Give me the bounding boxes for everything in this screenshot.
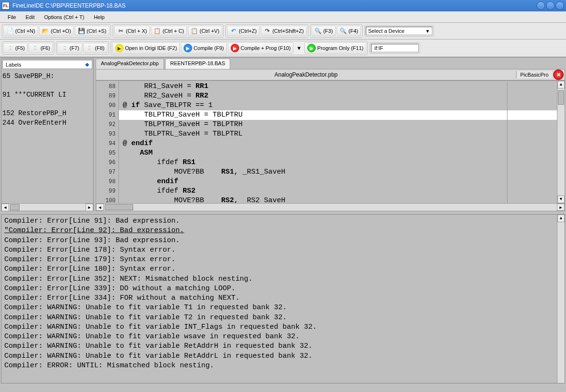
output-line: Compiler: Error[Line 334]: FOR without a… xyxy=(4,294,562,303)
sidebar-line[interactable]: 91 ***CURRENT LI xyxy=(2,90,92,100)
menu-edit[interactable]: Edit xyxy=(21,13,39,21)
save-file-label: (Ctrl +S) xyxy=(87,28,106,34)
diamond-icon: ◆ xyxy=(85,61,89,68)
replace-button[interactable]: 🔍(F4) xyxy=(337,26,361,36)
editor-tab[interactable]: REENTERPBP-18.BAS xyxy=(165,59,231,69)
undo-button[interactable]: ↶(Ctrl+Z) xyxy=(227,26,260,36)
sidebar-labels-dropdown[interactable]: Labels ◆ xyxy=(2,60,92,69)
sidebar-line[interactable] xyxy=(2,100,92,109)
undo-icon: ↶ xyxy=(230,27,237,35)
menu-options[interactable]: Options (Ctrl + T) xyxy=(39,13,89,21)
editor-hscroll[interactable]: ◄ ► xyxy=(96,204,565,211)
replace-label: (F4) xyxy=(349,28,358,34)
sidebar: Labels ◆ 65 SavePBP_H: 91 ***CURRENT LI … xyxy=(1,59,94,211)
hscroll-thumb[interactable] xyxy=(10,204,20,210)
scroll-left-button[interactable]: ◄ xyxy=(96,204,104,211)
sidebar-line[interactable]: 152 RestorePBP_H xyxy=(2,109,92,118)
toolbar-row-1: 📄(Ctrl +N) 📂(Ctrl +O) 💾(Ctrl +S) ✂(Ctrl … xyxy=(0,23,566,39)
code-line[interactable]: endif xyxy=(119,177,557,186)
device-select[interactable]: Select a Device ▼ xyxy=(366,27,432,35)
code-lines[interactable]: RR1_SaveH = RR1 RR2_SaveH = RR2@ if Save… xyxy=(119,81,557,203)
output-line: Compiler: WARNING: Unable to fit variabl… xyxy=(4,342,562,351)
vscroll-thumb[interactable] xyxy=(558,90,564,105)
scroll-right-button[interactable]: ► xyxy=(86,204,93,211)
code-line[interactable]: @ endif xyxy=(119,139,557,148)
copy-label: (Ctrl + C) xyxy=(163,28,184,34)
find-label: (F3) xyxy=(323,28,333,34)
sidebar-line[interactable] xyxy=(2,81,92,91)
output-panel[interactable]: Compiler: Error[Line 91]: Bad expression… xyxy=(1,214,565,383)
search-icon: 🔍 xyxy=(314,27,322,35)
code-line[interactable]: ASM xyxy=(119,148,557,158)
if-field[interactable]: if:IF xyxy=(371,44,419,52)
scroll-up-button[interactable]: ▲ xyxy=(557,81,565,88)
open-file-button[interactable]: 📂(Ctrl +O) xyxy=(39,26,74,36)
indent-f5-button[interactable]: →→(F5) xyxy=(3,43,28,53)
play-blue-icon: ▶ xyxy=(184,44,192,52)
code-line[interactable]: ifdef RS1 xyxy=(119,158,557,167)
hscroll-thumb[interactable] xyxy=(105,204,133,210)
open-orig-ide-button[interactable]: ▶Open in Origi IDE (F2) xyxy=(112,42,180,54)
redo-icon: ↷ xyxy=(263,27,271,35)
line-gutter: 888990919293949596979899100 xyxy=(96,81,119,203)
output-line: Compiler: WARNING: Unable to fit variabl… xyxy=(4,313,562,323)
line-number: 100 xyxy=(97,196,116,204)
new-file-button[interactable]: 📄(Ctrl +N) xyxy=(3,26,38,36)
scroll-right-button[interactable]: ► xyxy=(557,204,565,211)
code-line[interactable]: TBLPTRH_SaveH = TBLPTRH xyxy=(119,120,557,129)
menu-help[interactable]: Help xyxy=(89,13,109,21)
output-line: Compiler: Error[Line 178]: Syntax error. xyxy=(4,245,562,255)
menu-file[interactable]: File xyxy=(3,13,21,21)
copy-button[interactable]: 📋(Ctrl + C) xyxy=(151,26,187,36)
app-icon: FL xyxy=(2,2,10,10)
compile-prog-label: Compile + Prog (F10) xyxy=(241,45,291,51)
program-only-button[interactable]: ▶Program Only (F11) xyxy=(304,42,366,54)
scroll-left-button[interactable]: ◄ xyxy=(1,204,9,211)
find-button[interactable]: 🔍(F3) xyxy=(312,26,336,36)
code-line[interactable]: @ if Save_TBLPTR == 1 xyxy=(119,101,557,110)
code-line[interactable]: TBLPTRL_SaveH = TBLPTRL xyxy=(119,129,557,139)
code-area[interactable]: 888990919293949596979899100 RR1_SaveH = … xyxy=(96,80,565,204)
line-number: 94 xyxy=(97,139,116,148)
output-line: Compiler: Error[Line 180]: Syntax error. xyxy=(4,265,562,274)
line-number: 99 xyxy=(97,186,116,196)
compile-prog-button[interactable]: ▶Compile + Prog (F10) xyxy=(228,42,293,54)
undo-label: (Ctrl+Z) xyxy=(239,28,257,34)
editor-tab[interactable]: AnalogPeakDetector.pbp xyxy=(96,59,164,69)
sidebar-line[interactable]: 244 OverReEnterH xyxy=(2,118,92,128)
sidebar-line[interactable]: 65 SavePBP_H: xyxy=(2,72,92,81)
sidebar-body[interactable]: 65 SavePBP_H: 91 ***CURRENT LI 152 Resto… xyxy=(1,70,93,203)
code-line[interactable]: ifdef RS2 xyxy=(119,186,557,196)
paste-button[interactable]: 📋(Ctrl +V) xyxy=(188,26,222,36)
scroll-up-button[interactable]: ▲ xyxy=(557,215,565,222)
line-number: 93 xyxy=(97,129,116,139)
minimize-button[interactable] xyxy=(537,1,545,10)
compile-label: Compile (F9) xyxy=(194,45,224,51)
scroll-down-button[interactable]: ▼ xyxy=(557,196,565,203)
dropdown-arrow-icon[interactable]: ▼ xyxy=(294,45,303,51)
output-line: Compiler: Error[Line 352]: NEXT: Mismatc… xyxy=(4,274,562,284)
open-ide-label: Open in Origi IDE (F2) xyxy=(125,45,177,51)
close-window-button[interactable] xyxy=(556,1,564,10)
output-vscroll[interactable]: ▲ xyxy=(557,215,565,383)
compile-button[interactable]: ▶Compile (F9) xyxy=(181,42,227,54)
align-f8-button[interactable]: ←←(F8) xyxy=(83,43,107,53)
outdent-f6-button[interactable]: ←←(F6) xyxy=(29,43,53,53)
editor-vscroll[interactable]: ▲ ▼ xyxy=(557,81,565,203)
editor-close-button[interactable]: ✕ xyxy=(553,69,564,80)
paste-label: (Ctrl +V) xyxy=(200,28,219,34)
code-line[interactable]: MOVE?BB RS2, RS2 SaveH xyxy=(119,196,557,204)
save-file-button[interactable]: 💾(Ctrl +S) xyxy=(75,26,109,36)
code-line[interactable]: MOVE?BB RS1, _RS1_SaveH xyxy=(119,167,557,177)
output-line: Compiler: WARNING: Unable to fit variabl… xyxy=(4,332,562,342)
code-line[interactable]: TBLPTRU_SaveH = TBLPTRU xyxy=(119,110,557,120)
redo-button[interactable]: ↷(Ctrl+Shift+Z) xyxy=(261,26,307,36)
align-f7-button[interactable]: →→(F7) xyxy=(58,43,82,53)
cut-button[interactable]: ✂(Ctrl + X) xyxy=(114,26,150,36)
code-line[interactable]: RR1_SaveH = RR1 xyxy=(119,82,557,91)
line-number: 89 xyxy=(97,91,116,101)
line-number: 90 xyxy=(97,101,116,110)
sidebar-hscroll[interactable]: ◄ ► xyxy=(1,203,93,211)
maximize-button[interactable] xyxy=(546,1,555,10)
code-line[interactable]: RR2_SaveH = RR2 xyxy=(119,91,557,101)
